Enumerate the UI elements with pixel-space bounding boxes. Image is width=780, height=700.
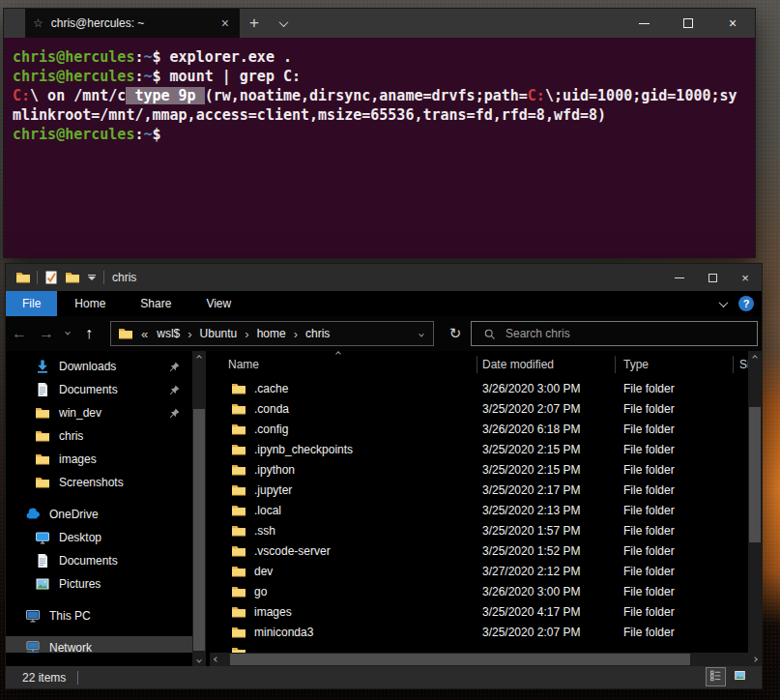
horizontal-scrollbar[interactable] [210, 653, 762, 666]
scrollbar-thumb[interactable] [193, 409, 205, 651]
sidebar-scrollbar[interactable] [192, 351, 206, 666]
scroll-up-icon[interactable] [192, 351, 206, 365]
customize-toolbar-dropdown-icon[interactable] [86, 273, 98, 282]
file-row[interactable]: .cache3/26/2020 3:00 PMFile folder [210, 378, 762, 398]
sidebar-item-chris[interactable]: chris [6, 424, 192, 448]
date-modified-cell: 3/25/2020 2:17 PM [477, 483, 615, 497]
folder-icon[interactable] [15, 270, 31, 285]
file-row[interactable]: .ssh3/25/2020 1:57 PMFile folder [210, 520, 762, 540]
file-row[interactable]: .jupyter3/25/2020 2:17 PMFile folder [210, 480, 762, 500]
terminal-text-segment: \;uid=1000;gid=1000;sy [545, 87, 737, 104]
filelist-scrollbar[interactable] [748, 351, 762, 666]
terminal-output[interactable]: chris@hercules:~$ explorer.exe .chris@he… [4, 38, 755, 258]
file-row[interactable]: .vscode-server3/25/2020 1:52 PMFile fold… [210, 540, 762, 561]
address-toolbar: ← → ↑ « wsl$›Ubuntu›home›chris ↻ [6, 316, 762, 351]
scrollbar-thumb[interactable] [230, 654, 690, 665]
sidebar-item-label: win_dev [59, 406, 101, 420]
column-headers: NameDate modifiedTypeSize [210, 351, 762, 378]
breadcrumb-segment[interactable]: Ubuntu [195, 327, 243, 340]
file-row[interactable]: go3/26/2020 3:00 PMFile folder [210, 581, 762, 601]
file-row[interactable]: .ipython3/25/2020 2:15 PMFile folder [210, 459, 762, 480]
sidebar-item-desktop[interactable]: Desktop [6, 526, 192, 549]
maximize-icon [708, 274, 717, 282]
terminal-tab[interactable]: ☆ chris@hercules: ~ × [25, 9, 240, 38]
column-header-name[interactable]: Name [210, 358, 477, 371]
sidebar-item-network[interactable]: Network [6, 636, 192, 653]
terminal-text-segment: \ on /mnt/c [30, 87, 126, 104]
forward-button[interactable]: → [33, 320, 60, 347]
file-row-partial[interactable] [210, 642, 762, 653]
type-cell: File folder [615, 504, 733, 517]
terminal-text-segment: $ [153, 126, 161, 143]
sidebar-group-gap [6, 627, 192, 636]
help-button[interactable]: ? [738, 296, 754, 311]
sidebar-item-this-pc[interactable]: This PC [6, 604, 192, 627]
scroll-up-icon[interactable] [748, 351, 762, 365]
column-header-date-modified[interactable]: Date modified [477, 358, 615, 371]
column-divider[interactable] [733, 356, 734, 373]
breadcrumb-segment[interactable]: chris [301, 327, 334, 340]
explorer-close-button[interactable]: × [729, 264, 762, 291]
breadcrumb-segment[interactable]: home [252, 327, 291, 340]
file-name: .conda [254, 402, 289, 416]
sidebar-item-documents[interactable]: Documents [6, 378, 192, 401]
scroll-left-icon[interactable] [210, 653, 223, 666]
file-row[interactable]: images3/25/2020 4:17 PMFile folder [210, 601, 762, 622]
column-divider[interactable] [615, 356, 616, 373]
sidebar-item-documents[interactable]: Documents [6, 549, 192, 572]
terminal-text-segment: (rw,noatime,dirsync,aname=drvfs;path= [205, 87, 528, 104]
menu-tab-file[interactable]: File [6, 291, 57, 316]
type-cell: File folder [615, 544, 733, 558]
menu-tab-view[interactable]: View [188, 291, 248, 316]
expand-ribbon-icon[interactable] [719, 298, 729, 307]
file-row[interactable]: .ipynb_checkpoints3/25/2020 2:15 PMFile … [210, 439, 762, 459]
file-name: .ssh [254, 524, 275, 538]
menu-tab-home[interactable]: Home [57, 291, 123, 316]
folder-icon [35, 405, 50, 421]
sidebar-item-pictures[interactable]: Pictures [6, 572, 192, 596]
file-row[interactable]: .local3/25/2020 2:13 PMFile folder [210, 500, 762, 520]
column-divider[interactable] [477, 356, 477, 373]
back-button[interactable]: ← [6, 320, 33, 347]
terminal-close-button[interactable]: × [710, 9, 755, 38]
search-input[interactable] [504, 326, 726, 341]
breadcrumb-segment[interactable]: wsl$ [152, 327, 185, 340]
scroll-down-icon[interactable] [192, 655, 206, 666]
tab-dropdown-button[interactable] [269, 9, 298, 38]
sidebar-item-downloads[interactable]: Downloads [6, 355, 192, 378]
address-bar[interactable]: « wsl$›Ubuntu›home›chris [110, 321, 434, 346]
terminal-titlebar[interactable]: ☆ chris@hercules: ~ × + × [4, 9, 755, 38]
breadcrumb-overflow[interactable]: « [141, 327, 148, 341]
sidebar-item-screenshots[interactable]: Screenshots [6, 471, 192, 494]
column-header-type[interactable]: Type [615, 358, 733, 371]
file-row[interactable]: .config3/26/2020 6:18 PMFile folder [210, 419, 762, 439]
search-box[interactable] [471, 321, 758, 346]
menu-tab-share[interactable]: Share [123, 291, 188, 316]
terminal-maximize-button[interactable] [666, 9, 710, 38]
refresh-button[interactable]: ↻ [443, 321, 468, 346]
file-row[interactable]: dev3/27/2020 2:12 PMFile folder [210, 561, 762, 581]
explorer-maximize-button[interactable] [696, 264, 729, 291]
terminal-minimize-button[interactable] [621, 9, 666, 38]
up-button[interactable]: ↑ [75, 320, 102, 347]
thumbnails-view-button[interactable] [730, 667, 750, 686]
explorer-titlebar[interactable]: chris × [6, 264, 762, 291]
sidebar-item-onedrive[interactable]: OneDrive [6, 503, 192, 526]
recent-locations-dropdown[interactable] [60, 320, 75, 347]
new-tab-button[interactable]: + [240, 9, 269, 38]
date-modified-cell: 3/25/2020 1:57 PM [477, 524, 615, 538]
sidebar-item-win-dev[interactable]: win_dev [6, 401, 192, 424]
explorer-minimize-button[interactable] [663, 264, 696, 291]
tab-close-icon[interactable]: × [218, 15, 232, 31]
new-folder-icon[interactable] [65, 270, 80, 285]
type-cell: File folder [615, 565, 733, 578]
properties-check-icon[interactable] [43, 270, 59, 285]
scroll-right-icon[interactable] [748, 653, 762, 666]
scrollbar-thumb[interactable] [749, 407, 761, 542]
file-row[interactable]: miniconda33/25/2020 2:07 PMFile folder [210, 622, 762, 642]
address-dropdown-icon[interactable] [419, 327, 429, 340]
details-view-button[interactable] [706, 667, 726, 686]
sidebar-item-images[interactable]: images [6, 448, 192, 471]
file-name: go [254, 585, 267, 598]
file-row[interactable]: .conda3/25/2020 2:07 PMFile folder [210, 398, 762, 419]
